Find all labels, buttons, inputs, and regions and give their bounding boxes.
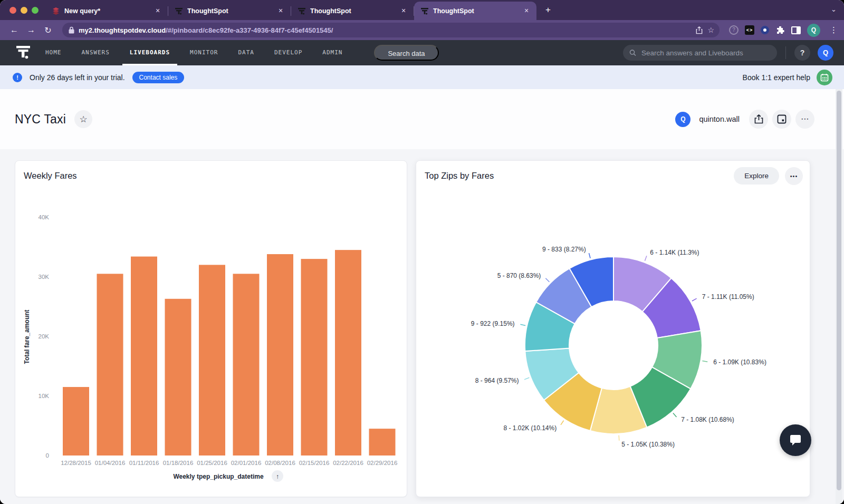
thoughtspot-logo[interactable] [16, 45, 31, 61]
x-tick-label: 01/11/2016 [129, 460, 159, 466]
label-connector [692, 298, 697, 301]
thoughtspot-favicon [175, 7, 183, 15]
page-scrollbar[interactable] [836, 89, 842, 504]
more-actions-button[interactable]: ⋮ [795, 110, 814, 129]
explore-button[interactable]: Explore [734, 167, 779, 185]
side-panel-icon[interactable] [791, 26, 801, 34]
donut-chart[interactable]: 6 - 1.14K (11.3%)7 - 1.11K (11.05%)6 - 1… [416, 161, 811, 498]
url-domain: my2.thoughtspotdev.cloud [79, 26, 166, 34]
trial-message: Only 26 days left in your trial. [30, 73, 125, 82]
tab-title: ThoughtSpot [433, 7, 517, 15]
tab-strip: New query* × ThoughtSpot × ThoughtSpot [0, 0, 844, 20]
slice-label: 7 - 1.11K (11.05%) [702, 293, 754, 301]
thoughtspot-favicon [298, 7, 306, 15]
extensions-puzzle-icon[interactable] [775, 25, 785, 35]
tab-close-icon[interactable]: × [522, 6, 531, 16]
liveboard-grid: Weekly Fares 010K20K30K40K12/28/201501/0… [0, 149, 844, 497]
tab-thoughtspot-2[interactable]: ThoughtSpot × [291, 2, 414, 20]
lock-icon [69, 26, 74, 34]
user-avatar[interactable]: Q [818, 45, 833, 61]
x-tick-label: 01/25/2016 [197, 460, 227, 466]
card-title: Weekly Fares [24, 171, 77, 181]
favorite-star-button[interactable]: ☆ [74, 110, 92, 128]
bar[interactable] [335, 250, 361, 455]
tab-search-chevron-icon[interactable]: ⌄ [831, 5, 837, 13]
card-more-button[interactable]: ••• [785, 167, 803, 185]
bar[interactable] [233, 274, 260, 455]
sort-arrow-icon[interactable]: ↑ [276, 473, 279, 480]
forward-button[interactable]: → [24, 25, 38, 35]
bar[interactable] [301, 259, 328, 455]
browser-profile-avatar[interactable]: Q [807, 24, 820, 37]
traffic-minimize-button[interactable] [21, 7, 27, 14]
book-expert-button[interactable] [817, 70, 832, 85]
schedule-button[interactable] [772, 110, 791, 129]
share-icon[interactable] [695, 26, 703, 34]
calendar-icon [820, 73, 829, 82]
bar[interactable] [369, 429, 396, 455]
bar[interactable] [267, 254, 293, 455]
y-tick-label: 0 [46, 452, 49, 459]
y-axis-title: Total fare_amount [23, 309, 31, 364]
box-dot-icon [777, 114, 787, 124]
global-search-input[interactable] [640, 49, 771, 57]
label-connector [561, 421, 564, 425]
slice-label: 5 - 1.05K (10.38%) [621, 441, 675, 448]
nav-item-monitor[interactable]: MONITOR [190, 40, 218, 65]
x-tick-label: 02/08/2016 [265, 460, 295, 466]
tab-close-icon[interactable]: × [399, 6, 408, 16]
x-tick-label: 01/18/2016 [163, 460, 194, 466]
code-extension-icon[interactable]: <> [745, 25, 754, 35]
nav-item-liveboards[interactable]: LIVEBOARDS [130, 40, 170, 65]
address-bar[interactable]: my2.thoughtspotdev.cloud/#/pinboard/c8ec… [62, 23, 720, 37]
owner-avatar[interactable]: Q [675, 112, 690, 127]
ring-extension-icon[interactable] [761, 26, 769, 34]
global-search[interactable] [623, 45, 777, 61]
bar[interactable] [97, 274, 123, 455]
browser-menu-icon[interactable]: ⋮ [830, 25, 838, 35]
label-connector [619, 435, 619, 441]
x-tick-label: 02/01/2016 [231, 460, 262, 466]
help-button[interactable]: ? [794, 45, 810, 61]
tab-thoughtspot-active[interactable]: ThoughtSpot × [414, 2, 536, 20]
y-tick-label: 10K [39, 393, 50, 399]
nav-item-answers[interactable]: ANSWERS [82, 40, 110, 65]
scrollbar-thumb[interactable] [837, 91, 841, 490]
disabled-extension-icon[interactable]: ? [729, 25, 738, 35]
reload-button[interactable]: ↻ [41, 25, 55, 35]
top-zips-card: Top Zips by Fares Explore ••• 6 - 1.14K … [416, 160, 810, 497]
tab-close-icon[interactable]: × [153, 6, 162, 16]
nav-divider [785, 46, 786, 59]
nav-item-develop[interactable]: DEVELOP [274, 40, 302, 65]
new-tab-button[interactable]: + [541, 3, 555, 18]
slice-label: 8 - 1.02K (10.14%) [503, 424, 557, 432]
nav-item-data[interactable]: DATA [238, 40, 254, 65]
x-tick-label: 12/28/2015 [61, 460, 91, 466]
traffic-maximize-button[interactable] [32, 7, 39, 14]
bookmark-star-icon[interactable]: ☆ [707, 26, 714, 34]
bar[interactable] [199, 265, 225, 455]
tab-close-icon[interactable]: × [276, 6, 285, 16]
bar[interactable] [131, 257, 157, 455]
traffic-close-button[interactable] [9, 7, 16, 14]
bar[interactable] [165, 299, 191, 455]
y-tick-label: 30K [39, 274, 50, 280]
liveboard-page: NYC Taxi ☆ Q quinton.wall ⋮ [0, 89, 844, 504]
bar[interactable] [63, 387, 89, 455]
back-button[interactable]: ← [7, 25, 21, 35]
contact-sales-button[interactable]: Contact sales [132, 72, 185, 83]
extensions-row: ? <> Q ⋮ [729, 24, 838, 37]
tab-thoughtspot-1[interactable]: ThoughtSpot × [168, 2, 291, 20]
share-button[interactable] [749, 110, 768, 129]
browser-window: New query* × ThoughtSpot × ThoughtSpot [0, 0, 844, 504]
header-actions: Q quinton.wall ⋮ [675, 110, 814, 129]
slice-label: 8 - 964 (9.57%) [475, 377, 519, 384]
bar-chart[interactable]: 010K20K30K40K12/28/201501/04/201601/11/2… [15, 161, 408, 498]
nav-right: ? Q [623, 45, 833, 61]
tab-new-query[interactable]: New query* × [45, 2, 168, 20]
chat-widget-button[interactable] [780, 424, 811, 456]
nav-item-admin[interactable]: ADMIN [322, 40, 342, 65]
search-data-button[interactable]: Search data [374, 45, 438, 61]
traffic-lights [9, 7, 39, 14]
nav-item-home[interactable]: HOME [45, 40, 62, 65]
